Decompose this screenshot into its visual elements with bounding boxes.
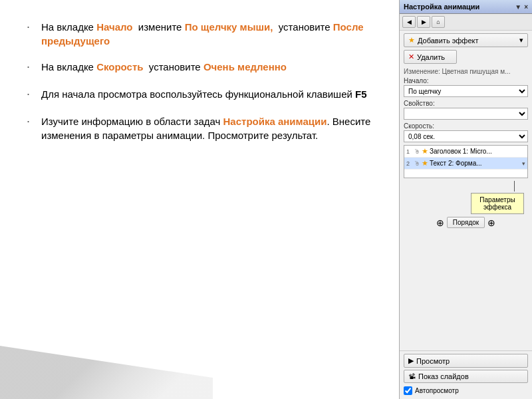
bullet-list: · На вкладке Начало измените По щелчку м… [27, 20, 386, 142]
slideshow-button[interactable]: 📽 Показ слайдов [404, 370, 528, 383]
autopreview-checkbox[interactable] [404, 386, 412, 395]
autopreview-label: Автопросмотр [415, 387, 459, 394]
property-select[interactable] [404, 108, 528, 120]
order-button[interactable]: Порядок [447, 217, 485, 228]
change-text: Изменение: Цветная пишущая м... [404, 68, 528, 75]
list-item: · Изучите информацию в области задач Нас… [27, 114, 386, 142]
add-effect-label: Добавить эффект [418, 37, 478, 45]
close-btn[interactable]: × [524, 3, 528, 11]
delete-button[interactable]: ✕ Удалить [404, 50, 457, 64]
list-item: · На вкладке Скорость установите Очень м… [27, 60, 386, 75]
bullet-dot: · [27, 59, 36, 75]
order-label: Порядок [453, 219, 479, 226]
start-field-group: Начало: По щелчку [404, 77, 528, 97]
anim-text-2: Текст 2: Форма... [430, 160, 521, 167]
add-effect-button[interactable]: ★ Добавить эффект ▾ [404, 33, 528, 47]
order-row: ⊕ Порядок ⊕ [404, 217, 528, 228]
nav-forward-btn[interactable]: ▶ [417, 16, 430, 28]
tooltip-text: Параметры эффекса [479, 196, 515, 211]
bullet-dot: · [27, 86, 36, 102]
anim-star-icon: ★ [422, 147, 428, 156]
animation-panel: Настройка анимации ▼ × ◀ ▶ ⌂ ★ Добавить … [399, 0, 532, 399]
anim-num: 2 [406, 160, 413, 167]
highlight-f5: F5 [355, 88, 367, 100]
highlight-nastroyka: Настройка анимации [223, 116, 327, 127]
tooltip-line [514, 181, 515, 192]
bullet-text-1: На вкладке Начало измените По щелчку мыш… [41, 20, 386, 48]
slideshow-label: Показ слайдов [418, 372, 469, 380]
autopreview-row: Автопросмотр [404, 385, 528, 396]
preview-label: Просмотр [416, 357, 450, 365]
anim-item-1[interactable]: 1 🖱 ★ Заголовок 1: Micro... [404, 146, 527, 158]
bullet-text-3: Для начала просмотра воспользуйтесь функ… [41, 87, 367, 101]
speed-label: Скорость: [404, 122, 528, 130]
preview-button[interactable]: ▶ Просмотр [404, 354, 528, 368]
panel-footer: ▶ Просмотр 📽 Показ слайдов Автопросмотр [400, 350, 532, 399]
anim-num: 1 [406, 148, 413, 155]
panel-title: Настройка анимации [404, 3, 479, 11]
start-select[interactable]: По щелчку [404, 85, 528, 97]
highlight-ochen: Очень медленно [203, 61, 287, 72]
dropdown-arrow: ▾ [519, 36, 523, 45]
panel-header: Настройка анимации ▼ × [400, 0, 532, 14]
bullet-text-4: Изучите информацию в области задач Настр… [41, 114, 386, 142]
speed-select[interactable]: 0,08 сек. [404, 130, 528, 142]
panel-header-controls: ▼ × [515, 3, 528, 11]
anim-clock-icon: 🖱 [414, 148, 420, 155]
panel-body: ★ Добавить эффект ▾ ✕ Удалить Изменение:… [400, 31, 532, 350]
minimize-btn[interactable]: ▼ [515, 3, 521, 11]
anim-item-2[interactable]: 2 🖱 ★ Текст 2: Форма... ▾ [404, 158, 527, 170]
bullet-text-2: На вкладке Скорость установите Очень мед… [41, 60, 287, 74]
star-icon: ★ [408, 36, 415, 45]
highlight-skorost: Скорость [96, 61, 143, 72]
order-up-icon[interactable]: ⊕ [436, 217, 444, 228]
property-label: Свойство: [404, 100, 528, 107]
anim-text-1: Заголовок 1: Micro... [430, 148, 525, 155]
speed-field-group: Скорость: 0,08 сек. [404, 122, 528, 142]
content-area: · На вкладке Начало измените По щелчку м… [0, 0, 399, 399]
play-icon: ▶ [408, 356, 414, 365]
delete-icon: ✕ [408, 53, 414, 61]
list-item: · Для начала просмотра воспользуйтесь фу… [27, 87, 386, 102]
anim-clock-icon: 🖱 [414, 160, 420, 167]
property-field-group: Свойство: [404, 100, 528, 120]
nav-home-btn[interactable]: ⌂ [432, 16, 445, 28]
delete-label: Удалить [417, 53, 445, 61]
bullet-dot: · [27, 19, 36, 35]
tooltip-box: Параметры эффекса [471, 193, 524, 214]
highlight-nacalo: Начало [96, 21, 132, 33]
anim-dropdown-arrow[interactable]: ▾ [522, 160, 525, 167]
panel-nav: ◀ ▶ ⌂ [400, 14, 532, 31]
bullet-dot: · [27, 113, 36, 130]
tooltip-container: Параметры эффекса [404, 181, 528, 214]
animation-list: 1 🖱 ★ Заголовок 1: Micro... 2 🖱 ★ Текст … [404, 145, 528, 178]
order-down-icon[interactable]: ⊕ [487, 217, 495, 228]
highlight-po-shchel: По щелчку мыши, [185, 21, 273, 33]
bottom-decoration [0, 346, 213, 399]
start-label: Начало: [404, 77, 528, 84]
nav-back-btn[interactable]: ◀ [402, 16, 416, 28]
slideshow-icon: 📽 [408, 372, 416, 380]
list-item: · На вкладке Начало измените По щелчку м… [27, 20, 386, 48]
anim-star-icon: ★ [422, 159, 428, 168]
